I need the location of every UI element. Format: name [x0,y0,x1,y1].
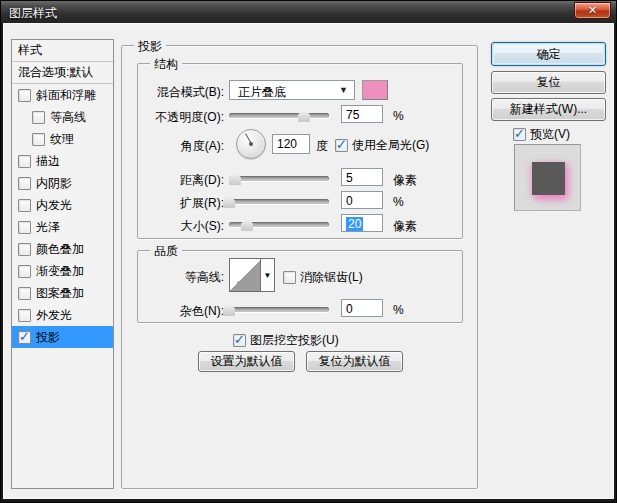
sidebar-item-label: 内阴影 [36,175,72,192]
antialias-row[interactable]: 消除锯齿(L) [283,269,363,286]
spread-label: 扩展(R): [111,195,224,212]
sidebar-item-texture[interactable]: 纹理 [12,128,113,150]
opacity-label: 不透明度(O): [111,109,224,126]
global-light-label: 使用全局光(G) [352,137,429,154]
sidebar-item-inner-glow[interactable]: 内发光 [12,194,113,216]
knockout-row[interactable]: 图层挖空投影(U) [233,332,339,349]
sidebar-item-outer-glow[interactable]: 外发光 [12,304,113,326]
layer-knockout-checkbox[interactable] [233,334,246,347]
noise-label: 杂色(N): [111,303,224,320]
sidebar-item-drop-shadow[interactable]: 投影 [12,326,113,348]
texture-checkbox[interactable] [32,133,45,146]
size-field[interactable]: 20 [341,214,383,232]
opacity-value: 75 [346,108,359,122]
angle-value: 120 [277,137,297,151]
distance-slider-thumb[interactable] [229,172,241,185]
pattern-overlay-checkbox[interactable] [18,287,31,300]
sidebar-item-inner-shadow[interactable]: 内阴影 [12,172,113,194]
sidebar-item-label: 描边 [36,153,60,170]
sidebar-item-label: 颜色叠加 [36,241,84,258]
window-title: 图层样式 [9,5,57,22]
sidebar-item-label: 样式 [18,42,42,59]
spread-slider-track[interactable] [229,199,329,204]
opacity-slider[interactable] [229,107,329,124]
satin-checkbox[interactable] [18,221,31,234]
color-overlay-checkbox[interactable] [18,243,31,256]
distance-field[interactable]: 5 [341,168,383,186]
sidebar-item-blending-options[interactable]: 混合选项:默认 [12,62,113,84]
preview-row[interactable]: 预览(V) [513,126,570,143]
noise-slider[interactable] [229,301,329,318]
inner-glow-checkbox[interactable] [18,199,31,212]
noise-slider-track[interactable] [229,307,329,312]
angle-field[interactable]: 120 [272,134,310,154]
make-default-button[interactable]: 设置为默认值 [198,351,295,372]
spread-unit: % [393,195,404,209]
quality-group-title: 品质 [150,243,182,260]
global-light-checkbox[interactable] [335,139,348,152]
title-bar[interactable]: 图层样式 ✕ [1,1,616,23]
sidebar-item-pattern-overlay[interactable]: 图案叠加 [12,282,113,304]
chevron-down-icon: ▼ [339,85,348,95]
bevel-emboss-checkbox[interactable] [18,89,31,102]
size-label: 大小(S): [111,218,224,235]
global-light-row[interactable]: 使用全局光(G) [335,137,429,154]
close-button[interactable]: ✕ [574,2,611,19]
contour-picker[interactable] [229,258,261,292]
drop-shadow-group-title: 投影 [134,38,166,55]
size-slider-thumb[interactable] [241,218,253,231]
sidebar-item-gradient-overlay[interactable]: 渐变叠加 [12,260,113,282]
angle-label: 角度(A): [111,138,224,155]
sidebar-item-bevel-emboss[interactable]: 斜面和浮雕 [12,84,113,106]
sidebar-item-contour[interactable]: 等高线 [12,106,113,128]
opacity-slider-track[interactable] [229,113,329,118]
sidebar-item-label: 等高线 [50,109,86,126]
sidebar-item-label: 混合选项:默认 [18,64,93,81]
spread-value: 0 [346,194,353,208]
size-slider[interactable] [229,216,329,233]
distance-slider-track[interactable] [229,176,329,181]
preview-label: 预览(V) [530,126,570,143]
spread-slider[interactable] [229,193,329,210]
antialias-label: 消除锯齿(L) [300,269,363,286]
preview-checkbox[interactable] [513,128,526,141]
style-preview-thumbnail [514,144,581,211]
angle-unit: 度 [316,138,328,155]
new-style-button[interactable]: 新建样式(W)... [491,98,606,121]
distance-label: 距离(D): [111,172,224,189]
contour-label: 等高线: [111,269,224,286]
reset-default-button[interactable]: 复位为默认值 [306,351,403,372]
distance-slider[interactable] [229,170,329,187]
antialias-checkbox[interactable] [283,271,296,284]
sidebar-item-satin[interactable]: 光泽 [12,216,113,238]
sidebar-item-color-overlay[interactable]: 颜色叠加 [12,238,113,260]
stroke-checkbox[interactable] [18,155,31,168]
contour-checkbox[interactable] [32,111,45,124]
reset-button[interactable]: 复位 [491,71,606,94]
spread-field[interactable]: 0 [341,191,383,209]
gradient-overlay-checkbox[interactable] [18,265,31,278]
blend-mode-label: 混合模式(B): [111,84,224,101]
layer-knockout-label: 图层挖空投影(U) [250,332,339,349]
opacity-field[interactable]: 75 [341,105,383,123]
shadow-color-swatch[interactable] [362,80,388,100]
distance-value: 5 [346,171,353,185]
contour-dropdown-arrow-icon[interactable]: ▼ [261,258,275,292]
sidebar-item-stroke[interactable]: 描边 [12,150,113,172]
size-value-selected: 20 [346,217,363,231]
opacity-slider-thumb[interactable] [298,109,310,122]
structure-group-title: 结构 [150,56,182,73]
noise-value: 0 [346,302,353,316]
angle-dial[interactable] [236,129,266,159]
outer-glow-checkbox[interactable] [18,309,31,322]
blend-mode-select[interactable]: 正片叠底 ▼ [229,80,355,100]
sidebar-item-label: 图案叠加 [36,285,84,302]
ok-button[interactable]: 确定 [491,42,606,66]
sidebar-item-styles[interactable]: 样式 [12,40,113,62]
drop-shadow-checkbox[interactable] [18,331,31,344]
inner-shadow-checkbox[interactable] [18,177,31,190]
styles-list: 样式 混合选项:默认 斜面和浮雕 等高线 纹理 描边 内阴影 内发光 [11,39,114,489]
sidebar-item-label: 光泽 [36,219,60,236]
noise-field[interactable]: 0 [341,299,383,317]
opacity-unit: % [393,109,404,123]
